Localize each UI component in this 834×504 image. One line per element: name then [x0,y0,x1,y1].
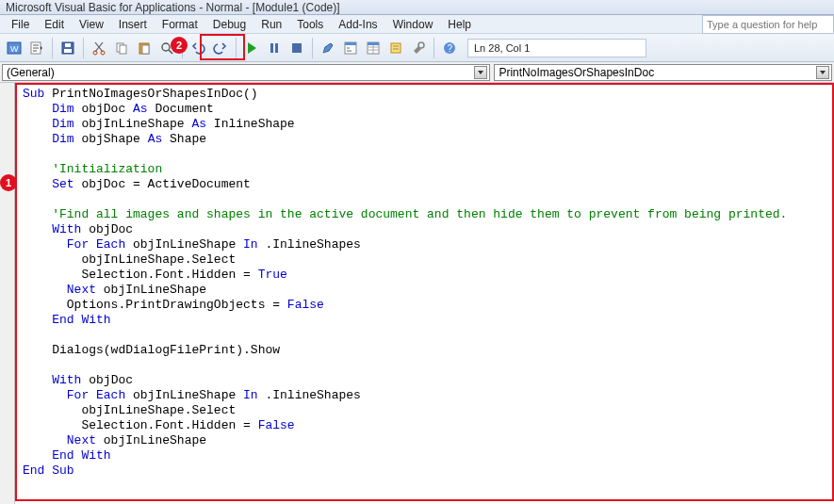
code-editor-area: Sub PrintNoImagesOrShapesInDoc() Dim obj… [0,83,834,504]
menu-bar: File Edit View Insert Format Debug Run T… [0,15,834,34]
svg-rect-20 [391,43,401,53]
svg-point-21 [418,42,424,48]
menu-debug[interactable]: Debug [205,16,253,33]
svg-text:W: W [10,44,19,54]
object-selector-value: (General) [7,66,55,79]
menu-tools[interactable]: Tools [289,16,331,33]
menu-file[interactable]: File [4,16,37,33]
view-word-icon[interactable]: W [4,38,25,58]
svg-rect-17 [345,42,356,45]
cut-icon[interactable] [89,38,109,58]
run-icon[interactable] [241,38,262,58]
toolbar: W ? Ln 28, Col 1 [0,34,834,62]
svg-rect-4 [65,43,71,47]
break-icon[interactable] [264,38,285,58]
menu-format[interactable]: Format [155,16,205,33]
svg-rect-13 [270,43,273,53]
svg-rect-11 [142,45,149,54]
annotation-callout-2: 2 [171,37,188,54]
menu-window[interactable]: Window [385,16,441,33]
design-mode-icon[interactable] [318,38,338,58]
title-text: Microsoft Visual Basic for Applications … [6,1,340,14]
toolbar-separator [312,38,313,58]
paste-icon[interactable] [134,38,155,58]
object-browser-icon[interactable] [385,38,406,58]
toolbar-separator [83,38,84,58]
code-text[interactable]: Sub PrintNoImagesOrShapesInDoc() Dim obj… [15,83,834,482]
cursor-position-status: Ln 28, Col 1 [467,39,646,57]
help-search-input[interactable] [702,15,834,34]
reset-icon[interactable] [286,38,307,58]
toolbar-separator [236,38,237,58]
svg-rect-15 [292,43,302,53]
svg-rect-19 [368,42,379,45]
properties-window-icon[interactable] [363,38,384,58]
code-navigator-bar: (General) PrintNoImagesOrShapesInDoc [0,62,834,83]
procedure-selector-value: PrintNoImagesOrShapesInDoc [499,66,654,79]
title-bar: Microsoft Visual Basic for Applications … [0,0,834,15]
menu-view[interactable]: View [72,16,111,33]
menu-addins[interactable]: Add-Ins [331,16,384,33]
project-explorer-icon[interactable] [340,38,361,58]
svg-text:?: ? [448,43,453,54]
svg-rect-14 [275,43,278,53]
margin-indicator-bar[interactable] [0,83,15,504]
svg-rect-5 [64,49,72,53]
chevron-down-icon[interactable] [474,66,487,79]
help-icon[interactable]: ? [439,38,460,58]
annotation-callout-1: 1 [0,174,17,191]
insert-module-dropdown-icon[interactable] [26,38,47,58]
menu-run[interactable]: Run [253,16,289,33]
save-icon[interactable] [57,38,78,58]
undo-icon[interactable] [188,38,208,58]
toolbar-separator [52,38,53,58]
redo-icon[interactable] [210,38,231,58]
code-panel[interactable]: Sub PrintNoImagesOrShapesInDoc() Dim obj… [15,83,834,504]
menu-help[interactable]: Help [440,16,479,33]
menu-insert[interactable]: Insert [111,16,155,33]
toolbox-icon[interactable] [408,38,429,58]
svg-point-12 [162,43,170,51]
object-selector-dropdown[interactable]: (General) [2,64,490,81]
procedure-selector-dropdown[interactable]: PrintNoImagesOrShapesInDoc [494,64,832,81]
copy-icon[interactable] [111,38,132,58]
menu-edit[interactable]: Edit [37,16,72,33]
svg-rect-9 [120,45,126,54]
chevron-down-icon[interactable] [816,66,829,79]
toolbar-separator [433,38,434,58]
